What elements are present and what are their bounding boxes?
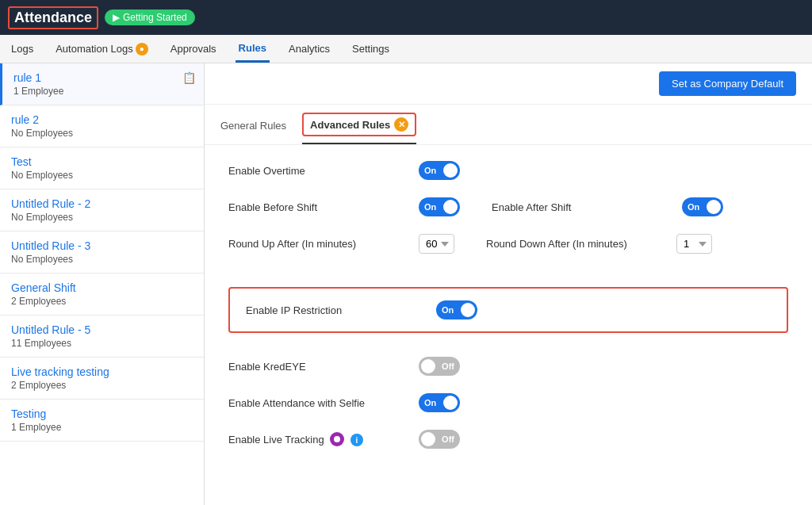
live-toggle-switch[interactable]: Off xyxy=(419,430,460,449)
after-shift-toggle-switch[interactable]: On xyxy=(682,197,723,216)
nav-automation-logs[interactable]: Automation Logs ● xyxy=(52,35,151,63)
enable-kredeye-label: Enable KredEYE xyxy=(228,361,387,373)
sub-nav: Logs Automation Logs ● Approvals Rules A… xyxy=(0,35,812,63)
rule-employees: 11 Employees xyxy=(11,338,193,349)
set-company-default-button[interactable]: Set as Company Default xyxy=(659,71,796,96)
ip-toggle-switch[interactable]: On xyxy=(436,300,477,319)
advanced-rules-tab-label: Advanced Rules ✕ xyxy=(302,113,416,136)
rule-name: Untitled Rule - 3 xyxy=(11,239,193,252)
before-shift-toggle-text: On xyxy=(424,202,436,212)
sidebar-untitled-5[interactable]: Untitled Rule - 5 11 Employees xyxy=(0,316,204,358)
form-section: Enable Overtime On Enable Before Shift O… xyxy=(205,145,812,287)
rule-name: Test xyxy=(11,155,193,168)
getting-started-button[interactable]: ▶ Getting Started xyxy=(105,10,195,25)
round-down-label: Round Down After (In minutes) xyxy=(486,238,645,250)
after-shift-toggle[interactable]: On xyxy=(682,197,723,216)
nav-logs[interactable]: Logs xyxy=(8,35,36,63)
before-shift-toggle[interactable]: On xyxy=(419,197,460,216)
rule-employees: 1 Employee xyxy=(13,86,193,97)
shift-row: Enable Before Shift On Enable After Shif… xyxy=(228,197,788,216)
selfie-row: Enable Attendance with Selfie On xyxy=(228,393,788,412)
main-layout: rule 1 1 Employee 📋 rule 2 No Employees … xyxy=(0,63,812,505)
rule-name: Untitled Rule - 2 xyxy=(11,197,193,210)
selfie-toggle-switch[interactable]: On xyxy=(419,393,460,412)
form-section-2: Enable KredEYE Off Enable Attendance wit… xyxy=(205,349,812,482)
content-header: Set as Company Default xyxy=(205,63,812,105)
enable-overtime-toggle[interactable]: On xyxy=(419,161,460,180)
rule-name: rule 1 xyxy=(13,71,193,84)
sidebar-untitled-2[interactable]: Untitled Rule - 2 No Employees xyxy=(0,189,204,231)
overtime-toggle-text: On xyxy=(424,166,436,175)
top-bar: Attendance ▶ Getting Started xyxy=(0,0,812,35)
nav-analytics[interactable]: Analytics xyxy=(285,35,333,63)
after-shift-toggle-text: On xyxy=(688,202,699,212)
rule-name: Untitled Rule - 5 xyxy=(11,323,193,336)
ip-restriction-row: Enable IP Restriction On xyxy=(246,300,771,319)
info-icon: i xyxy=(350,434,363,446)
rule-name: rule 2 xyxy=(11,113,193,126)
rule-name: Testing xyxy=(11,407,193,420)
live-tracking-row: Enable Live Tracking i Off xyxy=(228,430,788,449)
selfie-toggle[interactable]: On xyxy=(419,393,460,412)
overtime-toggle-switch[interactable]: On xyxy=(419,161,460,180)
advanced-rules-badge: ✕ xyxy=(394,117,408,132)
sidebar-rule-2[interactable]: rule 2 No Employees xyxy=(0,105,204,147)
svg-point-0 xyxy=(334,436,340,442)
rule-employees: No Employees xyxy=(11,212,193,223)
app-title: Attendance xyxy=(8,6,98,29)
rule-name: General Shift xyxy=(11,281,193,294)
nav-settings[interactable]: Settings xyxy=(349,35,393,63)
ip-restriction-section: Enable IP Restriction On xyxy=(228,287,788,333)
enable-after-shift-label: Enable After Shift xyxy=(492,201,650,213)
ip-toggle-text: On xyxy=(442,305,454,315)
content-area: Set as Company Default General Rules Adv… xyxy=(205,63,812,505)
ip-restriction-toggle[interactable]: On xyxy=(436,300,477,319)
live-toggle-text: Off xyxy=(442,434,454,444)
before-shift-toggle-switch[interactable]: On xyxy=(419,197,460,216)
nav-approvals[interactable]: Approvals xyxy=(167,35,220,63)
sidebar-live-tracking[interactable]: Live tracking testing 2 Employees xyxy=(0,358,204,400)
copy-icon[interactable]: 📋 xyxy=(182,71,196,84)
enable-selfie-label: Enable Attendance with Selfie xyxy=(228,397,387,409)
sidebar-test[interactable]: Test No Employees xyxy=(0,147,204,189)
kredeye-row: Enable KredEYE Off xyxy=(228,357,788,376)
rule-employees: No Employees xyxy=(11,128,193,139)
tab-advanced-rules[interactable]: Advanced Rules ✕ xyxy=(302,113,416,144)
enable-live-label: Enable Live Tracking i xyxy=(228,432,387,447)
kredeye-toggle-switch[interactable]: Off xyxy=(419,357,460,376)
live-tracking-toggle[interactable]: Off xyxy=(419,430,460,449)
automation-logs-badge: ● xyxy=(136,43,148,55)
kredeye-toggle-text: Off xyxy=(442,362,454,371)
kredeye-toggle[interactable]: Off xyxy=(419,357,460,376)
nav-rules[interactable]: Rules xyxy=(236,35,270,63)
round-up-label: Round Up After (In minutes) xyxy=(228,238,387,250)
sidebar-general-shift[interactable]: General Shift 2 Employees xyxy=(0,274,204,316)
enable-overtime-row: Enable Overtime On xyxy=(228,161,788,180)
selfie-toggle-text: On xyxy=(424,398,436,407)
rule-employees: 1 Employee xyxy=(11,422,193,433)
sidebar-testing[interactable]: Testing 1 Employee xyxy=(0,400,204,442)
round-up-select[interactable]: 60 30 15 xyxy=(419,234,454,254)
enable-ip-label: Enable IP Restriction xyxy=(246,304,404,316)
sidebar: rule 1 1 Employee 📋 rule 2 No Employees … xyxy=(0,63,205,505)
round-row: Round Up After (In minutes) 60 30 15 Rou… xyxy=(228,234,788,254)
live-tracking-icon xyxy=(330,432,344,446)
rule-employees: No Employees xyxy=(11,170,193,181)
enable-overtime-label: Enable Overtime xyxy=(228,165,387,177)
enable-before-shift-label: Enable Before Shift xyxy=(228,201,387,213)
tabs: General Rules Advanced Rules ✕ xyxy=(205,105,812,145)
rule-employees: 2 Employees xyxy=(11,296,193,307)
round-down-select[interactable]: 1 5 10 xyxy=(676,234,712,254)
rule-employees: 2 Employees xyxy=(11,380,193,391)
rule-name: Live tracking testing xyxy=(11,365,193,378)
sidebar-untitled-3[interactable]: Untitled Rule - 3 No Employees xyxy=(0,231,204,274)
sidebar-rule-1[interactable]: rule 1 1 Employee 📋 xyxy=(0,63,204,105)
tab-general-rules[interactable]: General Rules xyxy=(220,120,286,138)
rule-employees: No Employees xyxy=(11,254,193,265)
